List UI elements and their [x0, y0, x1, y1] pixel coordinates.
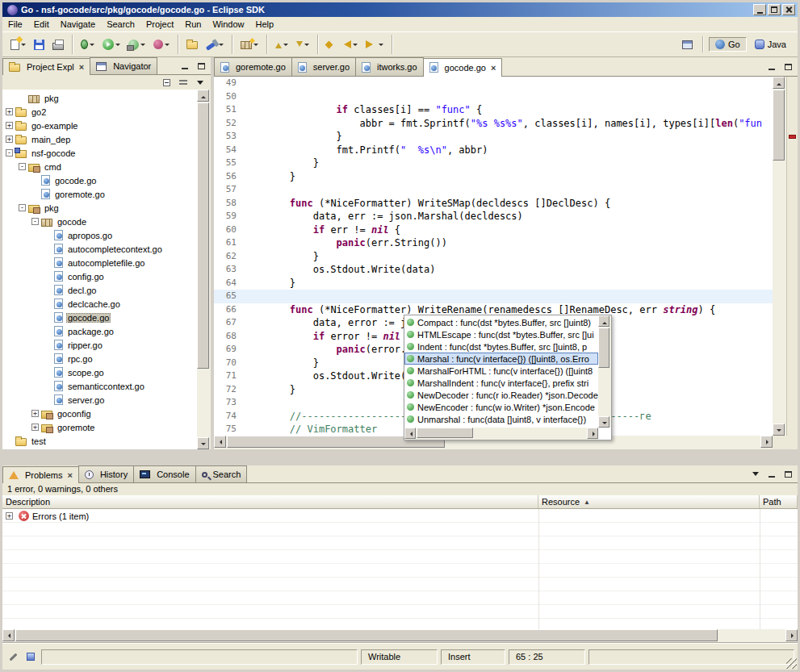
tree-expander-icon[interactable]: -	[19, 204, 26, 211]
tree-item[interactable]: - cmd	[2, 160, 197, 173]
completion-item[interactable]: MarshalForHTML : func(v interface{}) ([]…	[404, 365, 598, 377]
tree-item[interactable]: - gocode	[2, 215, 197, 228]
dropdown-arrow-icon[interactable]	[379, 44, 383, 46]
close-tab-icon[interactable]: ×	[491, 63, 496, 73]
tree-item[interactable]: - pkg	[2, 201, 197, 215]
completion-horizontal-scrollbar[interactable]	[404, 428, 598, 440]
view-menu-button[interactable]	[748, 468, 763, 481]
dropdown-arrow-icon[interactable]	[165, 44, 170, 46]
completion-item[interactable]: NewEncoder : func(w io.Writer) *json.Enc…	[404, 401, 598, 413]
view-tab[interactable]: Console	[133, 465, 195, 482]
scrollbar-thumb[interactable]	[773, 90, 785, 161]
tree-item[interactable]: decl.go	[2, 283, 197, 297]
dropdown-arrow-icon[interactable]	[140, 44, 145, 46]
problems-horizontal-scrollbar[interactable]	[2, 629, 798, 643]
tree-item[interactable]: autocompletefile.go	[2, 256, 197, 269]
tree-item[interactable]: + goconfig	[2, 407, 197, 420]
editor-vertical-scrollbar[interactable]	[773, 77, 786, 436]
link-with-editor-button[interactable]	[176, 76, 191, 89]
tree-item[interactable]: scope.go	[2, 365, 197, 379]
tree-expander-icon[interactable]: -	[31, 218, 39, 225]
editor-tab[interactable]: goremote.go	[214, 57, 292, 76]
menu-item[interactable]: Help	[250, 18, 280, 31]
scroll-down-arrow[interactable]	[197, 437, 209, 449]
tree-expander-icon[interactable]: +	[6, 122, 13, 129]
column-header[interactable]: Path	[760, 495, 798, 508]
problems-row[interactable]: + Errors (1 item)	[2, 509, 798, 523]
resize-grip[interactable]	[786, 658, 797, 669]
dropdown-arrow-icon[interactable]	[283, 44, 288, 46]
tree-item[interactable]: test	[2, 434, 197, 448]
tree-expander-icon[interactable]: +	[6, 108, 13, 115]
collapse-all-button[interactable]	[159, 76, 174, 89]
view-tab[interactable]: Problems ×	[2, 466, 79, 483]
view-tab[interactable]: Project Expl ×	[2, 58, 90, 75]
menu-item[interactable]: Window	[207, 18, 249, 31]
minimize-editor-button[interactable]	[764, 61, 779, 73]
debug-button[interactable]	[77, 35, 98, 53]
tree-expander-icon[interactable]: +	[31, 410, 39, 417]
view-menu-button[interactable]	[193, 76, 207, 89]
tree-item[interactable]: rpc.go	[2, 352, 197, 365]
scroll-left-arrow[interactable]	[404, 428, 416, 439]
close-tab-icon[interactable]: ×	[79, 62, 84, 72]
scrollbar-thumb[interactable]	[15, 629, 718, 641]
save-button[interactable]	[31, 35, 48, 53]
error-marker[interactable]	[789, 135, 796, 139]
maximize-button[interactable]	[768, 4, 781, 15]
scroll-down-arrow[interactable]	[773, 424, 785, 436]
explorer-vertical-scrollbar[interactable]	[197, 90, 211, 449]
scrollbar-thumb[interactable]	[417, 428, 473, 438]
completion-item[interactable]: Indent : func(dst *bytes.Buffer, src []u…	[404, 340, 598, 353]
run-button[interactable]	[99, 35, 124, 53]
dropdown-arrow-icon[interactable]	[304, 44, 309, 46]
completion-item[interactable]: MarshalIndent : func(v interface{}, pref…	[404, 377, 598, 389]
editor-tab[interactable]: itworks.go	[355, 57, 424, 76]
close-tab-icon[interactable]: ×	[67, 470, 72, 480]
tree-item[interactable]: - nsf-gocode	[2, 146, 197, 160]
scroll-down-arrow[interactable]	[598, 416, 609, 428]
menu-item[interactable]: Project	[140, 18, 179, 31]
maximize-view-button[interactable]	[194, 60, 208, 73]
editor-tab[interactable]: gocode.go ×	[423, 58, 503, 77]
completion-item[interactable]: NewDecoder : func(r io.Reader) *json.Dec…	[404, 389, 598, 401]
tree-item[interactable]: gocode.go	[2, 173, 197, 187]
new-button[interactable]	[7, 35, 29, 53]
menu-item[interactable]: Navigate	[55, 18, 101, 31]
tree-item[interactable]: gocode.go	[2, 311, 197, 324]
builder-button[interactable]	[23, 649, 38, 664]
back-button[interactable]	[337, 35, 361, 53]
dropdown-arrow-icon[interactable]	[353, 44, 358, 46]
profile-button[interactable]	[150, 35, 173, 53]
tree-item[interactable]: goremote.go	[2, 187, 197, 201]
tree-expander-icon[interactable]: +	[31, 424, 39, 431]
close-button[interactable]	[782, 4, 795, 15]
maximize-editor-button[interactable]	[781, 61, 795, 73]
tree-item[interactable]: + main_dep	[2, 132, 197, 146]
tree-item[interactable]: semanticcontext.go	[2, 379, 197, 393]
scroll-up-arrow[interactable]	[197, 90, 209, 102]
overview-ruler[interactable]	[786, 77, 798, 436]
tree-expander-icon[interactable]: +	[6, 136, 13, 143]
completion-item[interactable]: Unmarshal : func(data []uint8, v interfa…	[404, 413, 598, 425]
tree-item[interactable]: + goremote	[2, 420, 197, 434]
view-tab[interactable]: Navigator	[90, 57, 157, 74]
minimize-button[interactable]	[753, 4, 766, 15]
dropdown-arrow-icon[interactable]	[90, 44, 94, 46]
forward-button[interactable]	[362, 35, 387, 53]
tree-item[interactable]: autocompletecontext.go	[2, 242, 197, 256]
tree-item[interactable]: server.go	[2, 393, 197, 407]
new-package-button[interactable]	[237, 35, 262, 53]
view-tab[interactable]: Search	[195, 465, 248, 482]
dropdown-arrow-icon[interactable]	[21, 44, 26, 46]
search-button[interactable]	[203, 35, 227, 53]
row-expander-icon[interactable]: +	[6, 512, 13, 520]
view-tab[interactable]: History	[78, 465, 134, 482]
dropdown-arrow-icon[interactable]	[253, 44, 258, 46]
previous-annotation-button[interactable]	[272, 35, 291, 53]
open-resource-button[interactable]	[183, 35, 201, 53]
tree-item[interactable]: apropos.go	[2, 228, 197, 242]
open-perspective-button[interactable]	[679, 35, 696, 53]
minimize-view-button[interactable]	[178, 60, 192, 73]
completion-item[interactable]: Compact : func(dst *bytes.Buffer, src []…	[404, 316, 598, 328]
